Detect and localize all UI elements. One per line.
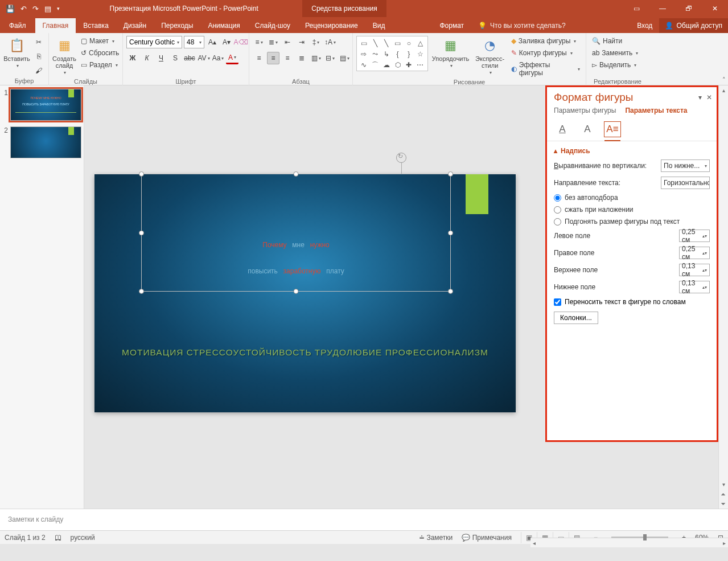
thumb-slide-2[interactable] (10, 126, 81, 158)
tab-review[interactable]: Рецензирование (298, 18, 365, 33)
qat-more-icon[interactable]: ▾ (57, 6, 60, 11)
handle-br[interactable] (448, 289, 453, 294)
shape-freeform-icon[interactable]: ∿ (359, 60, 369, 70)
clear-format-icon[interactable]: A⌫ (235, 36, 247, 48)
bold-icon[interactable]: Ж (126, 52, 139, 64)
pane-close-icon[interactable]: ✕ (706, 93, 712, 101)
grow-font-icon[interactable]: A▴ (206, 36, 219, 48)
share-button[interactable]: 👤Общий доступ (659, 18, 728, 33)
quick-styles-button[interactable]: ◔ Экспресс- стили▾ (474, 36, 507, 76)
tab-design[interactable]: Дизайн (116, 18, 154, 33)
start-show-icon[interactable]: ▤ (44, 5, 51, 13)
arrange-button[interactable]: ▦ Упорядочить▾ (430, 36, 471, 69)
tab-insert[interactable]: Вставка (76, 18, 116, 33)
text-fill-icon[interactable]: A (554, 121, 571, 137)
shape-effects-button[interactable]: ◐Эффекты фигуры▾ (509, 60, 582, 78)
drawing-tools-tab[interactable]: Средства рисования (302, 0, 386, 17)
wrap-checkbox[interactable]: Переносить текст в фигуре по словам (554, 298, 710, 306)
margin-top-input[interactable]: 0,13 см▴▾ (679, 264, 710, 276)
format-painter-icon[interactable]: 🖌 (32, 64, 45, 77)
cut-icon[interactable]: ✂ (32, 36, 45, 48)
rotate-handle[interactable] (396, 153, 406, 163)
align-text-icon[interactable]: ⊟▾ (324, 52, 336, 64)
valign-select[interactable]: По нижне...▾ (661, 159, 710, 172)
font-name-input[interactable]: Century Gothic▾ (126, 36, 182, 48)
scroll-up-icon[interactable]: ▴ (719, 85, 728, 95)
handle-bl[interactable] (139, 289, 144, 294)
shape-cloud-icon[interactable]: ☁ (381, 60, 392, 70)
tab-file[interactable]: Файл (0, 18, 35, 33)
redo-icon[interactable]: ↷ (32, 5, 39, 13)
layout-button[interactable]: ▢Макет▾ (79, 36, 121, 46)
slide-counter[interactable]: Слайд 1 из 2 (5, 534, 46, 542)
horizontal-scrollbar[interactable]: ◂ ▸ (530, 538, 728, 547)
comments-toggle[interactable]: 💬 Примечания (462, 534, 512, 542)
margin-left-input[interactable]: 0,25 см▴▾ (679, 230, 710, 242)
handle-r[interactable] (448, 230, 453, 235)
undo-icon[interactable]: ↶ (20, 5, 27, 13)
minimize-icon[interactable]: — (649, 5, 676, 13)
find-button[interactable]: 🔍Найти (590, 36, 640, 46)
shape-hex-icon[interactable]: ⬡ (392, 60, 403, 70)
slide-canvas[interactable]: МОТИВАЦИЯ СТРЕССОУСТОЙЧИВОСТЬ ТРУДОЛЮБИЕ… (84, 85, 718, 509)
direction-select[interactable]: Горизонтально▾ (661, 177, 710, 189)
scroll-left-icon[interactable]: ◂ (533, 540, 536, 546)
shape-curve-icon[interactable]: ⤳ (370, 49, 381, 59)
margin-right-input[interactable]: 0,25 см▴▾ (679, 247, 710, 259)
handle-t[interactable] (294, 171, 299, 177)
tab-animation[interactable]: Анимация (200, 18, 247, 33)
shape-tri-icon[interactable]: △ (415, 38, 426, 48)
shape-textbox-icon[interactable]: ▭ (359, 38, 369, 48)
copy-icon[interactable]: ⎘ (32, 50, 45, 63)
title-textbox[interactable]: Почему мне нужно повысить заработную пла… (141, 174, 451, 292)
notes-pane[interactable]: Заметки к слайду (0, 509, 728, 530)
new-slide-button[interactable]: ▦ Создать слайд ▾ (52, 36, 76, 76)
next-slide-icon[interactable]: ⏷ (719, 499, 728, 509)
tell-me[interactable]: 💡Что вы хотите сделать? (471, 18, 630, 33)
numbering-icon[interactable]: ≣▾ (267, 36, 279, 48)
tab-view[interactable]: Вид (365, 18, 393, 33)
scroll-right-icon[interactable]: ▸ (723, 540, 726, 546)
shape-connector-icon[interactable]: ↳ (381, 49, 392, 59)
radio-no-autofit[interactable]: без автоподбора (554, 194, 710, 202)
bullets-icon[interactable]: ≡▾ (253, 36, 265, 48)
margin-bottom-input[interactable]: 0,13 см▴▾ (679, 281, 710, 293)
section-header[interactable]: ▴Надпись (554, 147, 710, 155)
pane-options-icon[interactable]: ▾ (698, 93, 702, 101)
linespacing-icon[interactable]: ‡▾ (310, 36, 322, 48)
handle-tl[interactable] (139, 171, 144, 177)
case-icon[interactable]: Aa▾ (212, 52, 224, 64)
shape-brace2-icon[interactable]: } (404, 49, 414, 59)
align-right-icon[interactable]: ≡ (281, 52, 294, 64)
handle-tr[interactable] (448, 171, 453, 177)
prev-slide-icon[interactable]: ⏶ (719, 489, 728, 499)
shape-line2-icon[interactable]: ╲ (381, 38, 392, 48)
shrink-font-icon[interactable]: A▾ (220, 36, 233, 48)
fmt-tab-shape[interactable]: Параметры фигуры (554, 107, 616, 114)
handle-b[interactable] (294, 289, 299, 294)
zoom-slider[interactable] (611, 537, 668, 538)
align-center-icon[interactable]: ≡ (267, 52, 279, 64)
maximize-icon[interactable]: 🗗 (676, 5, 702, 13)
smartart-icon[interactable]: ▤▾ (338, 52, 351, 64)
shape-more-icon[interactable]: ⋯ (415, 60, 426, 70)
tab-slideshow[interactable]: Слайд-шоу (248, 18, 298, 33)
select-button[interactable]: ▻Выделить▾ (590, 60, 640, 70)
shapes-gallery[interactable]: ▭╲╲▭○△ ⇨⤳↳{}☆ ∿⌒☁⬡✚⋯ (356, 36, 428, 71)
justify-icon[interactable]: ≣ (295, 52, 308, 64)
vertical-scrollbar[interactable]: ▴ ▾ ⏶ ⏷ (718, 85, 728, 509)
text-effects-icon[interactable]: A (579, 121, 596, 137)
shape-arrow-icon[interactable]: ⇨ (359, 49, 369, 59)
ribbon-options-icon[interactable]: ▭ (623, 5, 649, 13)
shape-plus-icon[interactable]: ✚ (404, 60, 414, 70)
shape-star-icon[interactable]: ☆ (415, 49, 426, 59)
radio-shrink[interactable]: сжать при наложении (554, 206, 710, 214)
text-direction-icon[interactable]: ↕A▾ (324, 36, 336, 48)
outdent-icon[interactable]: ⇤ (281, 36, 294, 48)
notes-toggle[interactable]: ≐ Заметки (419, 534, 453, 542)
tab-transitions[interactable]: Переходы (154, 18, 200, 33)
shadow-icon[interactable]: S (169, 52, 182, 64)
reset-button[interactable]: ↺Сбросить (79, 48, 121, 58)
font-size-input[interactable]: 48▾ (184, 36, 204, 48)
indent-icon[interactable]: ⇥ (295, 36, 308, 48)
